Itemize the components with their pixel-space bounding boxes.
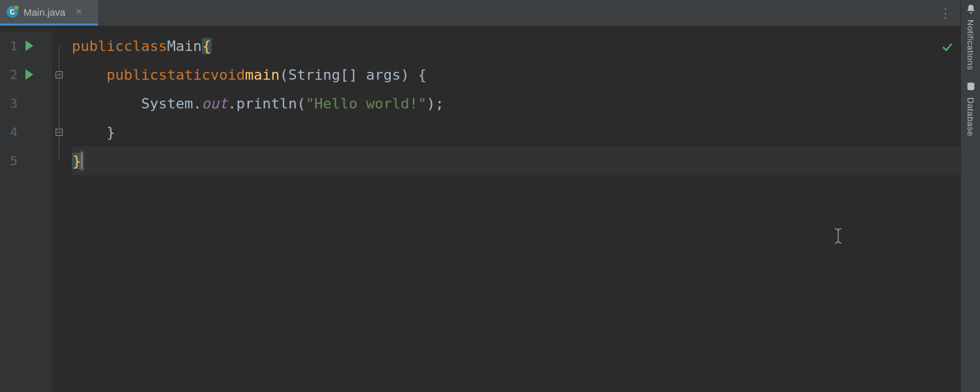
tab-filename: Main.java (24, 7, 65, 18)
database-label: Database (966, 97, 975, 137)
line-gutter[interactable]: 1 2 3 4 5 (0, 31, 52, 392)
code-line-5[interactable]: } (72, 146, 960, 175)
run-icon[interactable] (25, 41, 33, 51)
code-line-3[interactable]: System.out.println("Hello world!"); (72, 89, 960, 118)
gutter-line-4[interactable]: 4 (0, 118, 52, 146)
line-number: 5 (10, 153, 18, 169)
line-number: 4 (10, 124, 18, 140)
fold-collapse-icon[interactable] (56, 71, 63, 78)
text-cursor-icon (833, 227, 843, 249)
code-line-2[interactable]: public static void main(String[] args) { (72, 60, 960, 89)
bell-icon (966, 4, 976, 17)
fold-gutter[interactable] (52, 31, 65, 392)
inspection-ok-icon[interactable] (941, 41, 954, 57)
tabs-spacer (98, 0, 931, 25)
line-number: 3 (10, 95, 18, 111)
caret-icon (82, 152, 82, 169)
fold-collapse-icon[interactable] (56, 129, 63, 136)
code-line-1[interactable]: public class Main { (72, 31, 960, 60)
editor[interactable]: 1 2 3 4 5 public class M (0, 26, 960, 392)
line-number: 2 (10, 67, 18, 82)
file-tab[interactable]: C Main.java × (0, 0, 98, 25)
tabs-bar: C Main.java × ⋮ (0, 0, 960, 26)
gutter-line-2[interactable]: 2 (0, 60, 52, 89)
gutter-line-1[interactable]: 1 (0, 31, 52, 60)
notifications-label: Notifications (966, 20, 975, 70)
java-class-icon: C (7, 6, 18, 18)
line-number: 1 (10, 38, 18, 54)
tabs-overflow-menu-icon[interactable]: ⋮ (931, 0, 960, 25)
main-area: C Main.java × ⋮ 1 2 3 4 5 (0, 0, 960, 392)
gutter-line-5[interactable]: 5 (0, 146, 52, 175)
code-area[interactable]: public class Main { public static void m… (65, 31, 960, 392)
code-line-4[interactable]: } (72, 118, 960, 146)
database-tool[interactable]: Database (966, 82, 976, 137)
gutter-line-3[interactable]: 3 (0, 89, 52, 118)
run-icon[interactable] (25, 69, 33, 80)
database-icon (966, 82, 976, 95)
right-tool-sidebar: Notifications Database (960, 0, 980, 392)
notifications-tool[interactable]: Notifications (966, 4, 976, 70)
close-tab-icon[interactable]: × (73, 6, 84, 18)
